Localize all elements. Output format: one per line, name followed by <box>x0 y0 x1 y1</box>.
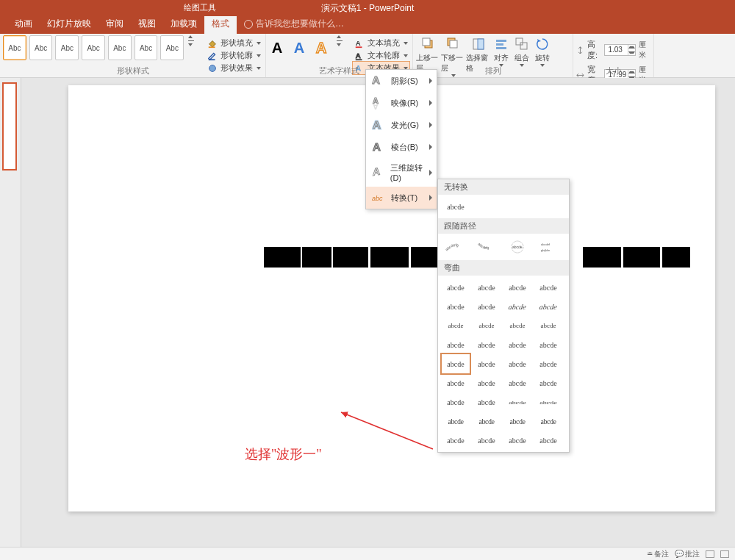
svg-text:ghijklm: ghijklm <box>541 248 551 252</box>
text-char-box[interactable] <box>583 247 621 268</box>
transform-item-none[interactable]: abcde <box>444 199 467 214</box>
transform-item-warp[interactable]: abcde <box>506 433 529 448</box>
height-label: 高度: <box>587 39 602 61</box>
text-char-box[interactable] <box>662 247 690 268</box>
text-char-box[interactable] <box>302 247 331 268</box>
wordart-style-item[interactable]: A <box>313 35 332 60</box>
document-title: 演示文稿1 - PowerPoint <box>321 2 415 15</box>
transform-item-warp[interactable]: abcde <box>444 376 467 390</box>
menu-item-3d-rotation[interactable]: A 三维旋转(D) <box>366 158 437 187</box>
menu-item-glow[interactable]: AA 发光(G) <box>366 114 437 136</box>
transform-item-warp[interactable]: abcde <box>506 397 529 407</box>
transform-item-warp[interactable]: abcde <box>506 337 529 352</box>
tab-review[interactable]: 审阅 <box>98 15 131 34</box>
transform-item-warp[interactable]: abcde <box>475 318 498 333</box>
tab-animation[interactable]: 动画 <box>7 15 40 34</box>
transform-item-warp[interactable]: abcde <box>506 318 529 333</box>
send-backward-icon <box>446 37 461 51</box>
transform-item-path[interactable]: abcdefg <box>475 238 498 256</box>
transform-item-warp[interactable]: abcde <box>475 414 498 428</box>
group-button[interactable]: 组合 <box>512 35 532 67</box>
transform-item-warp[interactable]: abcde <box>537 337 560 352</box>
menu-item-bevel[interactable]: A 棱台(B) <box>366 136 437 158</box>
transform-item-warp[interactable]: abcde <box>506 280 529 295</box>
transform-item-warp[interactable]: abcde <box>537 376 560 390</box>
tab-view[interactable]: 视图 <box>131 15 163 34</box>
tell-me[interactable]: 告诉我您想要做什么… <box>244 15 344 34</box>
transform-item-warp[interactable]: abcde <box>444 299 467 314</box>
shape-style-item[interactable]: Abc <box>82 35 105 60</box>
svg-text:abcdefg: abcdefg <box>444 243 459 252</box>
transform-item-warp[interactable]: abcde <box>475 356 498 371</box>
shape-fill-button[interactable]: 形状填充 <box>206 37 262 49</box>
text-fill-button[interactable]: A 文本填充 <box>353 37 409 49</box>
transform-item-warp[interactable]: abcde <box>537 318 560 333</box>
transform-item-path[interactable]: abcdefg <box>444 238 467 256</box>
transform-item-warp[interactable]: abcde <box>537 414 560 428</box>
transform-item-path[interactable]: abcdefghijklm <box>537 238 560 256</box>
shape-style-item[interactable]: Abc <box>55 35 79 60</box>
text-char-box[interactable] <box>370 247 409 268</box>
shape-style-more[interactable] <box>188 35 198 46</box>
shadow-a-icon: AA <box>372 74 385 87</box>
transform-item-warp[interactable]: abcde <box>506 414 529 428</box>
menu-item-shadow[interactable]: AA 阴影(S) <box>366 70 437 92</box>
rotate-button[interactable]: 旋转 <box>532 35 553 67</box>
align-button[interactable]: 对齐 <box>491 35 512 67</box>
transform-item-warp[interactable]: abcde <box>444 318 467 333</box>
transform-item-warp[interactable]: abcde <box>537 356 560 371</box>
slide-thumbnail[interactable] <box>2 82 17 170</box>
menu-item-transform[interactable]: abc 转换(T) <box>366 187 437 209</box>
tab-format[interactable]: 格式 <box>204 15 237 34</box>
transform-item-warp[interactable]: abcde <box>475 337 498 352</box>
transform-item-warp[interactable]: abcde <box>504 299 531 314</box>
transform-item-warp[interactable]: abcde <box>537 397 560 407</box>
shape-style-item[interactable]: Abc <box>160 35 184 60</box>
wordart-more[interactable] <box>337 35 347 46</box>
group-label: 大小 <box>573 65 653 76</box>
transform-item-warp[interactable]: abcde <box>475 299 498 314</box>
transform-item-warp[interactable]: abcde <box>444 414 467 428</box>
sorter-view-icon[interactable] <box>720 550 729 558</box>
normal-view-icon[interactable] <box>706 550 714 558</box>
tab-addins[interactable]: 加载项 <box>163 15 204 34</box>
text-outline-button[interactable]: A 文本轮廓 <box>353 49 409 62</box>
transform-item-warp[interactable]: abcde <box>475 433 498 448</box>
wordart-style-item[interactable]: A <box>291 35 310 60</box>
transform-item-warp[interactable]: abcde <box>506 376 529 390</box>
transform-item-warp[interactable]: abcde <box>444 337 467 352</box>
transform-item-warp[interactable]: abcde <box>444 356 467 371</box>
comments-button[interactable]: 💬批注 <box>675 549 700 559</box>
text-char-box[interactable] <box>333 247 368 268</box>
section-no-transform: 无转换 <box>438 179 569 195</box>
text-char-box[interactable] <box>623 247 660 268</box>
transform-item-path[interactable]: abcde <box>506 238 529 256</box>
shape-style-item[interactable]: Abc <box>3 35 26 60</box>
transform-item-warp[interactable]: abcde <box>506 356 529 371</box>
transform-item-warp[interactable]: abcde <box>444 433 467 448</box>
transform-item-warp[interactable]: abcde <box>537 280 560 295</box>
transform-item-warp[interactable]: abcde <box>475 395 498 409</box>
shape-outline-button[interactable]: 形状轮廓 <box>206 49 262 62</box>
shape-style-item[interactable]: Abc <box>135 35 158 60</box>
menu-item-reflection[interactable]: AA 映像(R) <box>366 92 437 114</box>
shape-style-item[interactable]: Abc <box>108 35 132 60</box>
svg-rect-16 <box>478 39 484 49</box>
text-char-box[interactable] <box>264 247 301 268</box>
ribbon-tabs: 动画 幻灯片放映 审阅 视图 加载项 格式 告诉我您想要做什么… <box>0 16 735 34</box>
group-label: 形状样式 <box>0 65 265 76</box>
transform-item-warp[interactable]: abcde <box>537 433 560 448</box>
wordart-style-item[interactable]: A <box>269 35 288 60</box>
tab-slideshow[interactable]: 幻灯片放映 <box>40 15 98 34</box>
transform-item-warp[interactable]: abcde <box>475 280 498 295</box>
notes-button[interactable]: ≐备注 <box>647 549 669 559</box>
height-input[interactable]: 1.03 <box>604 44 636 56</box>
group-shape-styles: Abc Abc Abc Abc Abc Abc Abc 形状填充 <box>0 34 266 77</box>
shape-style-item[interactable]: Abc <box>29 35 53 60</box>
transform-item-warp[interactable]: abcde <box>444 395 467 409</box>
slide-thumbnail-pane[interactable] <box>0 78 21 560</box>
group-size: 高度: 1.03 厘米 宽度: 17.99 厘米 大小 <box>573 34 654 77</box>
transform-item-warp[interactable]: abcde <box>535 299 562 314</box>
transform-item-warp[interactable]: abcde <box>444 280 467 295</box>
transform-item-warp[interactable]: abcde <box>475 376 498 390</box>
